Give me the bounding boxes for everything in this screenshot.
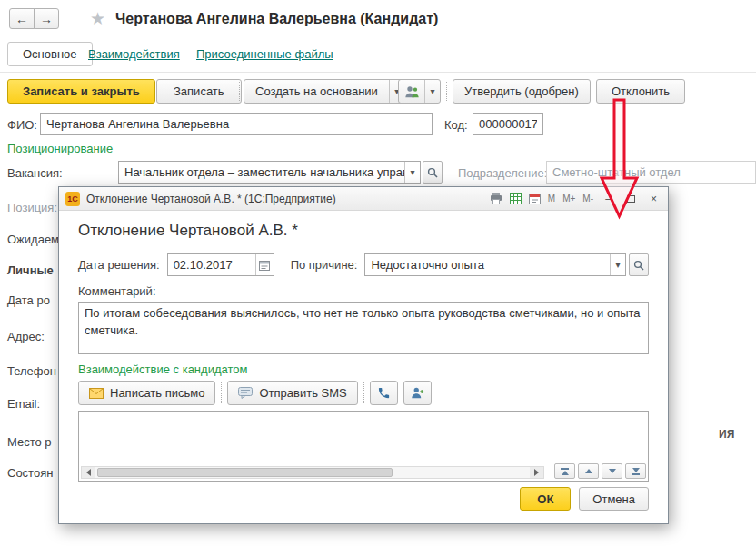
- magnifier-icon: [427, 167, 438, 178]
- state-label: Состоян: [7, 466, 53, 480]
- red-annotation-arrow: [592, 98, 647, 220]
- close-button[interactable]: ×: [646, 191, 662, 206]
- reorder-buttons: [554, 463, 646, 479]
- scroll-right-button[interactable]: [530, 467, 543, 478]
- reason-combobox[interactable]: Недостаточно опыта ▾: [364, 253, 626, 276]
- decision-date-label: Дата решения:: [78, 258, 160, 272]
- date-picker-icon[interactable]: [255, 254, 274, 275]
- scrollbar-track[interactable]: [95, 467, 530, 478]
- person-icon: [411, 386, 424, 400]
- expected-label: Ожидаем: [7, 233, 59, 246]
- actions-separator: [221, 382, 222, 403]
- favorite-star-icon[interactable]: ★: [90, 8, 105, 29]
- personal-data-label: Личные: [7, 263, 54, 277]
- move-to-top-button[interactable]: [554, 463, 575, 479]
- fio-label: ФИО:: [7, 118, 37, 132]
- arrow-up-icon: [562, 471, 569, 475]
- memory-m-button[interactable]: М: [548, 194, 555, 204]
- tabs-divider: [0, 72, 756, 73]
- fio-input[interactable]: [40, 113, 433, 135]
- create-interaction-button[interactable]: ▾: [398, 79, 441, 104]
- tab-attached-files[interactable]: Присоединенные файлы: [196, 47, 333, 61]
- toolbar-separator: [446, 82, 447, 101]
- sms-bubble-icon: [238, 387, 253, 399]
- create-on-basis-button[interactable]: Создать на основании ▾: [244, 79, 405, 104]
- interaction-list[interactable]: [78, 411, 649, 482]
- chevron-down-icon[interactable]: ▾: [610, 254, 625, 275]
- phone-call-button[interactable]: [370, 381, 398, 405]
- vacancy-open-button[interactable]: [423, 161, 443, 184]
- dialog-title: Отклонение Чертановой А.В. * (1С:Предпри…: [86, 193, 483, 205]
- dialog-heading: Отклонение Чертановой А.В. *: [78, 221, 649, 241]
- arrow-down-icon: [609, 469, 616, 473]
- reason-value: Недостаточно опыта: [365, 258, 610, 272]
- positioning-section-header: Позиционирование: [7, 142, 113, 155]
- code-label: Код:: [444, 118, 468, 132]
- scrollbar-thumb[interactable]: [97, 468, 393, 477]
- code-input[interactable]: [472, 113, 543, 135]
- chevron-down-icon[interactable]: ▾: [404, 162, 420, 183]
- move-down-button[interactable]: [602, 463, 622, 479]
- toolbar-separator: [239, 82, 240, 101]
- department-label: Подразделение:: [458, 166, 547, 180]
- bar-icon: [632, 473, 640, 475]
- dialog-titlebar[interactable]: 1С Отклонение Чертановой А.В. * (1С:Пред…: [59, 187, 668, 211]
- comment-textarea[interactable]: По итогам собеседования выяснилось, что …: [78, 302, 649, 354]
- arrow-down-icon: [632, 468, 640, 472]
- memory-m-plus-button[interactable]: М+: [562, 194, 575, 204]
- vacancy-value: Начальник отдела – заместитель начальник…: [119, 165, 404, 179]
- write-letter-button[interactable]: Написать письмо: [78, 381, 215, 405]
- tab-main[interactable]: Основное: [7, 42, 93, 66]
- nav-buttons: ← →: [9, 8, 59, 29]
- page-title: Чертанова Ангелина Валерьевна (Кандидат): [115, 11, 438, 27]
- decision-date-input[interactable]: 02.10.2017: [167, 253, 274, 276]
- move-to-bottom-button[interactable]: [625, 463, 646, 479]
- envelope-icon: [89, 388, 104, 399]
- phone-icon: [377, 386, 391, 400]
- comment-label: Комментарий:: [78, 284, 649, 298]
- vacancy-combobox[interactable]: Начальник отдела – заместитель начальник…: [118, 161, 421, 184]
- 1c-app-icon: 1С: [65, 192, 80, 206]
- cancel-button[interactable]: Отмена: [579, 487, 649, 511]
- phone-label: Телефон: [7, 364, 56, 378]
- scroll-left-button[interactable]: [82, 467, 95, 478]
- send-sms-label: Отправить SMS: [259, 386, 346, 400]
- email-label: Email:: [7, 397, 40, 411]
- horizontal-scrollbar[interactable]: [81, 466, 544, 479]
- chevron-down-icon[interactable]: ▾: [424, 80, 440, 103]
- actions-separator: [363, 382, 364, 403]
- forward-button[interactable]: →: [34, 8, 59, 29]
- people-icon: [399, 80, 424, 103]
- move-up-button[interactable]: [578, 463, 599, 479]
- tab-interactions[interactable]: Взаимодействия: [88, 47, 180, 61]
- birthdate-label: Дата ро: [7, 293, 50, 307]
- reason-open-button[interactable]: [629, 253, 649, 276]
- address-label: Адрес:: [7, 330, 45, 343]
- back-button[interactable]: ←: [9, 8, 35, 29]
- vacancy-label: Вакансия:: [7, 166, 63, 180]
- save-button[interactable]: Записать: [156, 79, 242, 104]
- approve-button[interactable]: Утвердить (одобрен): [453, 79, 591, 104]
- workplace-label: Место р: [7, 435, 52, 449]
- create-on-basis-label: Создать на основании: [244, 84, 389, 98]
- triangle-right-icon: [534, 469, 539, 476]
- triangle-left-icon: [86, 469, 91, 476]
- right-cut-text: ИЯ: [719, 428, 734, 441]
- table-icon[interactable]: [510, 193, 522, 204]
- position-label: Позиция:: [7, 201, 57, 214]
- bar-icon: [561, 468, 569, 470]
- send-sms-button[interactable]: Отправить SMS: [227, 381, 357, 405]
- ok-button[interactable]: ОК: [520, 487, 571, 511]
- decision-date-value: 02.10.2017: [168, 258, 255, 272]
- calendar-icon[interactable]: [529, 193, 541, 204]
- screen: ← → ★ Чертанова Ангелина Валерьевна (Кан…: [0, 0, 756, 556]
- save-and-close-button[interactable]: Записать и закрыть: [7, 79, 155, 104]
- magnifier-icon: [633, 260, 644, 271]
- reason-label: По причине:: [291, 258, 358, 272]
- print-icon[interactable]: [490, 193, 502, 204]
- write-letter-label: Написать письмо: [110, 386, 204, 400]
- rejection-dialog: 1С Отклонение Чертановой А.В. * (1С:Пред…: [58, 186, 669, 524]
- arrow-up-icon: [585, 469, 592, 473]
- contact-button[interactable]: [403, 381, 432, 405]
- interaction-section-header: Взаимодействие с кандидатом: [78, 362, 649, 376]
